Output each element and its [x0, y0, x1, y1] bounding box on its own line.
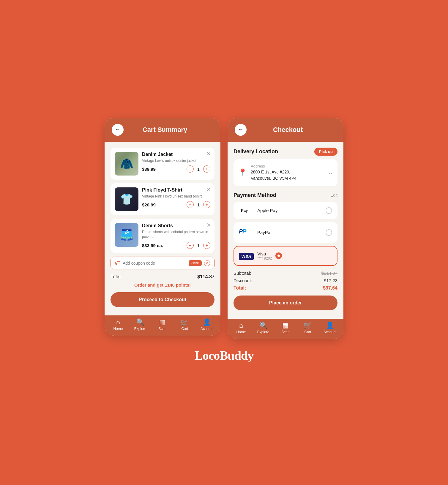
visa-name: Visa — [257, 251, 272, 256]
shorts-qty-decrease[interactable]: − — [187, 242, 194, 249]
cart-total-value: $114.87 — [197, 274, 214, 279]
svg-text:P: P — [242, 228, 247, 235]
checkout-back-button[interactable]: ← — [235, 124, 247, 136]
checkout-nav-explore-label: Explore — [257, 330, 269, 334]
apple-pay-radio[interactable] — [326, 207, 332, 214]
tshirt-details: Pink Floyd T-Shirt Vintage Pink Floyd un… — [142, 187, 210, 208]
cart-back-button[interactable]: ← — [112, 124, 124, 136]
place-order-button[interactable]: Place an order — [234, 296, 337, 310]
subtotal-label: Subtotal: — [234, 271, 251, 276]
location-pin-icon: 📍 — [238, 168, 247, 177]
payment-option-visa[interactable]: VISA Visa **** 9202 — [234, 246, 337, 266]
cart-icon: 🛒 — [181, 319, 189, 326]
checkout-title: Checkout — [251, 126, 324, 134]
order-summary: Subtotal: $114.87 Discount: -$17.23 Tota… — [234, 271, 337, 291]
paypal-radio[interactable] — [326, 229, 332, 236]
cart-nav-home[interactable]: ⌂ Home — [109, 319, 127, 331]
shorts-remove[interactable]: ✕ — [206, 222, 211, 228]
tshirt-name: Pink Floyd T-Shirt — [142, 187, 210, 193]
shorts-price-row: $33.99 ea. − 1 + — [142, 242, 210, 249]
total-value: $97.64 — [323, 285, 337, 291]
checkout-nav-cart[interactable]: 🛒 Cart — [299, 322, 317, 334]
cart-header: ← Cart Summary — [105, 118, 220, 142]
cart-item-tshirt: Pink Floyd T-Shirt Vintage Pink Floyd un… — [111, 183, 214, 215]
cart-total-row: Total: $114.87 — [111, 274, 214, 279]
checkout-home-icon: ⌂ — [239, 322, 243, 329]
coupon-icon: 🏷 — [115, 260, 120, 266]
visa-radio[interactable] — [275, 252, 282, 259]
apple-pay-logo:  Pay — [239, 208, 254, 213]
cart-total-label: Total: — [111, 274, 122, 279]
denim-jacket-remove[interactable]: ✕ — [206, 151, 211, 157]
checkout-header: ← Checkout — [228, 118, 343, 142]
cart-nav-explore[interactable]: 🔍 Explore — [131, 319, 149, 331]
coupon-row: 🏷 -15% ✕ — [111, 257, 214, 269]
checkout-nav-home[interactable]: ⌂ Home — [232, 322, 250, 334]
denim-jacket-qty-increase[interactable]: + — [203, 165, 210, 173]
total-row: Total: $97.64 — [234, 285, 337, 291]
checkout-body: Delivery Location Pick up 📍 Address 2800… — [228, 142, 343, 319]
coupon-discount-badge: -15% — [189, 260, 202, 266]
visa-details: Visa **** 9202 — [257, 251, 272, 260]
paypal-logo: P P — [239, 228, 254, 238]
denim-jacket-qty-controls: − 1 + — [187, 165, 210, 173]
shorts-qty-controls: − 1 + — [187, 242, 210, 249]
checkout-nav-scan[interactable]: ▦ Scan — [277, 322, 294, 334]
cart-title: Cart Summary — [128, 126, 201, 134]
payment-option-apple-pay[interactable]:  Pay Apple Pay — [234, 202, 337, 219]
shorts-details: Denim Shorts Denim shorts with colorful … — [142, 223, 210, 249]
home-icon: ⌂ — [116, 319, 120, 326]
back-arrow-icon: ← — [115, 127, 120, 133]
denim-jacket-name: Denim Jacket — [142, 152, 210, 157]
cart-nav-scan[interactable]: ▦ Scan — [154, 319, 171, 331]
cart-nav-cart[interactable]: 🛒 Cart — [176, 319, 194, 331]
phones-container: ← Cart Summary Denim Jacket Vintage Levi… — [105, 118, 343, 339]
visa-card-number: **** 9202 — [257, 256, 272, 260]
shorts-qty-increase[interactable]: + — [203, 242, 210, 249]
denim-jacket-price: $39.99 — [142, 167, 156, 172]
tshirt-price: $20.99 — [142, 202, 156, 207]
checkout-explore-icon: 🔍 — [259, 322, 267, 329]
proceed-to-checkout-button[interactable]: Proceed to Checkout — [111, 292, 214, 307]
discount-row: Discount: -$17.23 — [234, 278, 337, 283]
cart-nav-scan-label: Scan — [158, 327, 166, 331]
shorts-name: Denim Shorts — [142, 223, 210, 228]
coupon-clear-button[interactable]: ✕ — [204, 260, 210, 266]
address-line1: 2800 E 1st Ave #220, Vancouver, BC V5M 4… — [251, 169, 325, 181]
address-card[interactable]: 📍 Address 2800 E 1st Ave #220, Vancouver… — [234, 159, 337, 186]
delivery-section-header: Delivery Location Pick up — [234, 148, 337, 156]
checkout-nav-cart-label: Cart — [304, 330, 311, 334]
coupon-input[interactable] — [123, 261, 186, 266]
checkout-nav-account-label: Account — [324, 330, 336, 334]
brand-footer: LocoBuddy — [195, 348, 254, 363]
denim-jacket-desc: Vintage Levi's unisex denim jacket — [142, 158, 210, 163]
delivery-title: Delivery Location — [234, 148, 278, 155]
payment-title: Payment Method — [234, 192, 276, 198]
address-chevron-icon: ⌄ — [328, 169, 333, 176]
tshirt-remove[interactable]: ✕ — [206, 187, 211, 192]
cart-nav-cart-label: Cart — [181, 327, 188, 331]
cart-nav-account[interactable]: 👤 Account — [198, 319, 216, 331]
payment-option-paypal[interactable]: P P PayPal — [234, 222, 337, 243]
tshirt-image — [115, 187, 138, 211]
checkout-scan-icon: ▦ — [282, 322, 288, 329]
discount-value: -$17.23 — [322, 278, 337, 283]
denim-jacket-qty-decrease[interactable]: − — [187, 165, 194, 173]
checkout-nav-account[interactable]: 👤 Account — [321, 322, 339, 334]
denim-jacket-details: Denim Jacket Vintage Levi's unisex denim… — [142, 152, 210, 173]
visa-logo: VISA — [239, 252, 254, 259]
payment-edit-button[interactable]: Edit — [330, 193, 337, 198]
denim-jacket-qty: 1 — [196, 167, 201, 172]
tshirt-qty-decrease[interactable]: − — [187, 201, 194, 208]
checkout-cart-icon: 🛒 — [304, 322, 312, 329]
denim-jacket-image — [115, 152, 138, 176]
explore-icon: 🔍 — [136, 319, 144, 326]
shorts-desc: Denim shorts with colorful pattern sewn-… — [142, 230, 210, 240]
total-label: Total: — [234, 285, 246, 291]
cart-bottom-nav: ⌂ Home 🔍 Explore ▦ Scan 🛒 Cart 👤 Account — [105, 315, 220, 336]
checkout-nav-explore[interactable]: 🔍 Explore — [254, 322, 272, 334]
pickup-badge[interactable]: Pick up — [314, 148, 337, 156]
shorts-image — [115, 223, 138, 247]
tshirt-qty-increase[interactable]: + — [203, 201, 210, 208]
paypal-name: PayPal — [257, 230, 322, 235]
